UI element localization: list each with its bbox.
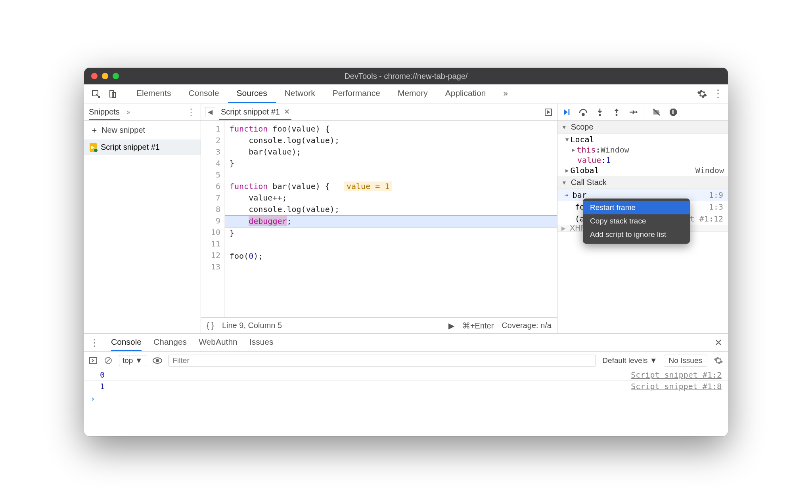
log-source-link[interactable]: Script snippet #1:2 <box>631 370 722 380</box>
titlebar: DevTools - chrome://new-tab-page/ <box>84 68 728 84</box>
svg-rect-9 <box>672 110 673 114</box>
log-level-selector[interactable]: Default levels ▼ <box>602 356 657 365</box>
svg-rect-10 <box>674 110 674 114</box>
run-snippet-icon[interactable] <box>544 107 553 117</box>
editor-pane: ◀ Script snippet #1 ✕ 12345678910111213 … <box>201 103 557 333</box>
snippet-item-label: Script snippet #1 <box>101 143 160 152</box>
cursor-position: Line 9, Column 5 <box>222 321 282 330</box>
line-gutter: 12345678910111213 <box>201 121 225 317</box>
drawer: ⋮ Console Changes WebAuthn Issues ✕ top … <box>84 333 728 436</box>
step-over-icon[interactable] <box>578 107 588 117</box>
window-title: DevTools - chrome://new-tab-page/ <box>84 72 728 81</box>
plus-icon: ＋ <box>90 125 98 136</box>
context-menu: Restart frame Copy stack trace Add scrip… <box>583 199 690 244</box>
svg-rect-4 <box>569 109 570 115</box>
resume-icon[interactable] <box>561 107 572 117</box>
scope-local-header[interactable]: ▼Local <box>557 134 728 145</box>
svg-point-14 <box>156 359 159 362</box>
step-out-icon[interactable] <box>611 107 622 117</box>
tab-elements[interactable]: Elements <box>128 84 180 103</box>
devtools-window: DevTools - chrome://new-tab-page/ Elemen… <box>84 68 728 436</box>
close-icon[interactable]: ✕ <box>284 107 290 116</box>
file-tab[interactable]: Script snippet #1 ✕ <box>219 104 291 120</box>
live-expression-icon[interactable] <box>153 357 162 364</box>
panel-tabs: Elements Console Sources Network Perform… <box>128 84 517 103</box>
pause-exceptions-icon[interactable] <box>668 107 678 117</box>
svg-point-7 <box>616 114 618 116</box>
run-play-icon[interactable]: ▶ <box>448 321 454 330</box>
inspect-icon[interactable] <box>89 87 103 101</box>
new-snippet-button[interactable]: ＋ New snippet <box>84 121 201 139</box>
main-toolbar: Elements Console Sources Network Perform… <box>84 84 728 103</box>
console-log-row[interactable]: 1 Script snippet #1:8 <box>84 381 728 392</box>
inline-value-hint: value = 1 <box>344 181 392 191</box>
tab-performance[interactable]: Performance <box>324 84 389 103</box>
navigator-header: Snippets » ⋮ <box>84 103 201 121</box>
editor-statusbar: { } Line 9, Column 5 ▶ ⌘+Enter Coverage:… <box>201 317 557 333</box>
debug-toolbar <box>557 103 728 121</box>
drawer-close-icon[interactable]: ✕ <box>714 337 722 348</box>
main-area: Snippets » ⋮ ＋ New snippet Script snippe… <box>84 103 728 333</box>
code-editor[interactable]: 12345678910111213 function foo(value) { … <box>201 121 557 317</box>
svg-point-6 <box>599 114 601 116</box>
snippet-file-icon <box>90 143 97 152</box>
console-prompt[interactable]: › <box>84 392 728 405</box>
clear-console-icon[interactable] <box>104 356 113 365</box>
navigator-menu-icon[interactable]: ⋮ <box>186 107 196 118</box>
scope-global-row[interactable]: ▶GlobalWindow <box>557 165 728 176</box>
snippets-tab[interactable]: Snippets <box>89 107 120 120</box>
drawer-tabs: ⋮ Console Changes WebAuthn Issues ✕ <box>84 334 728 352</box>
step-into-icon[interactable] <box>595 107 605 117</box>
nav-back-icon[interactable]: ◀ <box>205 107 215 117</box>
console-settings-icon[interactable] <box>714 356 723 365</box>
drawer-menu-icon[interactable]: ⋮ <box>90 337 99 348</box>
code-content: function foo(value) { console.log(value)… <box>225 121 557 317</box>
snippet-list-item[interactable]: Script snippet #1 <box>84 139 201 155</box>
menu-add-ignore-list[interactable]: Add script to ignore list <box>583 228 690 241</box>
tab-memory[interactable]: Memory <box>389 84 437 103</box>
file-tab-label: Script snippet #1 <box>221 107 280 116</box>
callstack-row[interactable]: foo 1:3 Restart frame Copy stack trace A… <box>557 201 728 213</box>
console-sidebar-icon[interactable] <box>89 356 98 365</box>
run-shortcut-label: ⌘+Enter <box>462 321 494 330</box>
callstack-section-header[interactable]: ▼Call Stack <box>557 176 728 189</box>
callstack-body: ➔ bar 1:9 foo 1:3 Restart frame Copy sta… <box>557 189 728 225</box>
drawer-tab-console[interactable]: Console <box>111 334 142 351</box>
log-source-link[interactable]: Script snippet #1:8 <box>631 382 722 391</box>
console-toolbar: top ▼ Default levels ▼ No Issues <box>84 352 728 369</box>
tabs-overflow-icon[interactable]: » <box>494 84 517 103</box>
gear-icon[interactable] <box>697 89 707 99</box>
navigator-overflow-icon[interactable]: » <box>127 109 130 116</box>
scope-body: ▼Local ▶this: Window value: 1 ▶GlobalWin… <box>557 134 728 176</box>
new-snippet-label: New snippet <box>102 126 145 135</box>
svg-point-5 <box>582 113 584 115</box>
step-icon[interactable] <box>628 107 638 117</box>
context-selector[interactable]: top ▼ <box>119 355 146 366</box>
deactivate-breakpoints-icon[interactable] <box>651 107 662 117</box>
drawer-tab-webauthn[interactable]: WebAuthn <box>199 334 237 351</box>
pretty-print-icon[interactable]: { } <box>207 321 214 330</box>
debugger-pane: ▼Scope ▼Local ▶this: Window value: 1 ▶Gl… <box>557 103 728 333</box>
tab-console[interactable]: Console <box>180 84 228 103</box>
svg-point-8 <box>636 111 638 113</box>
svg-rect-1 <box>110 90 113 97</box>
tab-network[interactable]: Network <box>276 84 324 103</box>
console-filter-input[interactable] <box>169 355 596 367</box>
coverage-label: Coverage: n/a <box>502 321 552 330</box>
no-issues-button[interactable]: No Issues <box>664 355 707 367</box>
editor-header: ◀ Script snippet #1 ✕ <box>201 103 557 121</box>
scope-section-header[interactable]: ▼Scope <box>557 121 728 134</box>
console-output: 0 Script snippet #1:2 1 Script snippet #… <box>84 369 728 436</box>
kebab-icon[interactable]: ⋮ <box>713 88 723 100</box>
scope-value-row[interactable]: value: 1 <box>557 155 728 165</box>
device-toggle-icon[interactable] <box>105 87 120 101</box>
drawer-tab-issues[interactable]: Issues <box>249 334 274 351</box>
current-frame-icon: ➔ <box>565 191 569 199</box>
drawer-tab-changes[interactable]: Changes <box>153 334 187 351</box>
tab-application[interactable]: Application <box>437 84 495 103</box>
menu-copy-stack-trace[interactable]: Copy stack trace <box>583 214 690 228</box>
tab-sources[interactable]: Sources <box>228 84 276 103</box>
console-log-row[interactable]: 0 Script snippet #1:2 <box>84 369 728 381</box>
menu-restart-frame[interactable]: Restart frame <box>583 201 690 214</box>
scope-this-row[interactable]: ▶this: Window <box>557 145 728 155</box>
